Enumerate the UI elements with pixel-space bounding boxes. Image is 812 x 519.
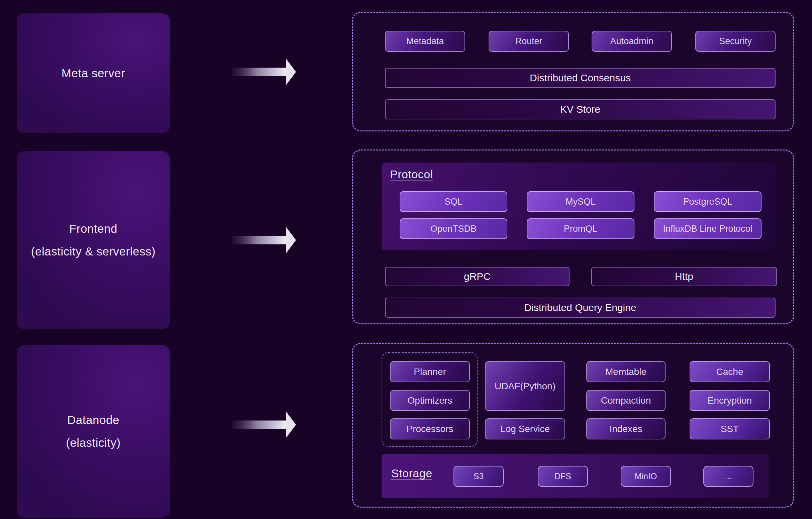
arrow-right-icon (232, 411, 296, 438)
chip-influxdb-line-protocol: InfluxDB Line Protocol (654, 219, 761, 239)
chip-compaction: Compaction (586, 390, 666, 411)
chip-s3: S3 (454, 466, 504, 487)
bar-http: Http (591, 267, 777, 286)
meta-server-container: Metadata Router Autoadmin Security Distr… (352, 12, 794, 132)
chip-indexes: Indexes (586, 419, 666, 439)
datanode-label-line1: Datanode (67, 413, 119, 427)
bar-kv-store: KV Store (385, 99, 776, 119)
protocol-section-label: Protocol (390, 168, 433, 181)
chip-router: Router (489, 31, 569, 52)
bar-distributed-query-engine: Distributed Query Engine (385, 298, 776, 318)
chip-ellipsis: ... (703, 466, 753, 487)
chip-minio: MinIO (621, 466, 671, 487)
chip-postgresql: PostgreSQL (654, 191, 761, 212)
chip-processors: Processors (390, 419, 470, 439)
chip-promql: PromQL (527, 219, 634, 239)
chip-udaf-python: UDAF(Python) (485, 361, 565, 411)
chip-sst: SST (690, 419, 770, 439)
chip-cache: Cache (690, 361, 770, 382)
chip-planner: Planner (390, 361, 470, 382)
meta-server-label: Meta server (61, 66, 125, 80)
frontend-label-line1: Frontend (69, 222, 117, 235)
arrow-right-icon (232, 227, 296, 254)
frontend-label-line2: (elasticity & serverless) (31, 245, 155, 258)
chip-opentsdb: OpenTSDB (400, 219, 508, 239)
chip-encryption: Encryption (690, 390, 770, 411)
chip-metadata: Metadata (385, 31, 465, 52)
chip-sql: SQL (400, 191, 508, 212)
datanode-box: Datanode (elasticity) (17, 345, 170, 518)
storage-section-label: Storage (391, 467, 432, 480)
chip-memtable: Memtable (586, 361, 666, 382)
chip-mysql: MySQL (527, 191, 634, 212)
datanode-container: Planner Optimizers Processors UDAF(Pytho… (352, 343, 794, 508)
arrow-right-icon (232, 59, 296, 85)
chip-dfs: DFS (538, 466, 588, 487)
chip-security: Security (695, 31, 776, 52)
bar-grpc: gRPC (385, 267, 570, 286)
chip-log-service: Log Service (485, 419, 565, 439)
chip-autoadmin: Autoadmin (591, 31, 672, 52)
frontend-container: Protocol SQL MySQL PostgreSQL OpenTSDB P… (352, 149, 794, 324)
frontend-box: Frontend (elasticity & serverless) (17, 151, 170, 329)
architecture-diagram-page: { "left_boxes": [ {"line1": "Meta server… (0, 0, 812, 519)
meta-server-box: Meta server (17, 13, 170, 133)
chip-optimizers: Optimizers (390, 390, 470, 411)
bar-distributed-consensus: Distributed Consensus (385, 68, 776, 88)
datanode-label-line2: (elasticity) (66, 436, 121, 450)
